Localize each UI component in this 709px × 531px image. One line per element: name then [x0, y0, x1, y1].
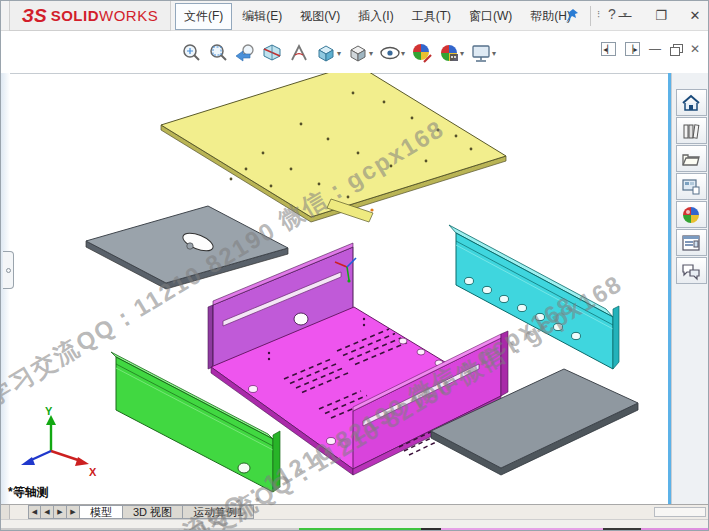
graphics-area[interactable] — [1, 73, 668, 504]
solidworks-logo: ЗS SOLID WORKS — [9, 1, 171, 31]
zoom-to-area-icon[interactable] — [204, 40, 231, 66]
tab-nav-prev-button[interactable]: ◀ — [41, 505, 54, 519]
splitter-dot-icon — [6, 268, 11, 273]
custom-properties-icon — [681, 233, 701, 253]
tab-nav-first-button[interactable]: ◀ — [28, 505, 41, 519]
menu-edit[interactable]: 编辑(E) — [234, 4, 290, 29]
forum-chat-icon — [681, 261, 701, 281]
pin-menu-icon[interactable] — [561, 5, 583, 27]
heads-up-toolbar: ▾ ▾ ▾ ▾ ▾ ◂▏ ▕▸ — ✕ — [1, 32, 709, 73]
design-library-button[interactable] — [676, 117, 707, 144]
appearances-ball-icon — [681, 205, 701, 225]
section-view-icon[interactable] — [258, 40, 285, 66]
view-orientation-icon[interactable] — [312, 40, 339, 66]
custom-properties-button[interactable] — [676, 229, 707, 256]
menu-insert[interactable]: 插入(I) — [350, 4, 401, 29]
folder-icon — [681, 149, 701, 169]
task-pane — [671, 73, 709, 504]
view-settings-caret-icon[interactable]: ▾ — [492, 49, 496, 58]
view-orientation-caret-icon[interactable]: ▾ — [337, 49, 341, 58]
menu-view[interactable]: 视图(V) — [292, 4, 348, 29]
tab-3d-views[interactable]: 3D 视图 — [123, 505, 183, 519]
hide-show-caret-icon[interactable]: ▾ — [401, 49, 405, 58]
solidworks-window: ЗS SOLID WORKS 文件(F) 编辑(E) 视图(V) 插入(I) 工… — [0, 0, 709, 531]
doc-minimize-button[interactable]: — — [649, 42, 661, 56]
document-window-controls: ◂▏ ▕▸ — ✕ — [601, 42, 700, 56]
collapse-pane-left-button[interactable]: ◂▏ — [601, 42, 616, 56]
logo-text-solid: SOLID — [51, 7, 99, 24]
edit-appearance-icon[interactable] — [408, 40, 435, 66]
title-bar: ЗS SOLID WORKS 文件(F) 编辑(E) 视图(V) 插入(I) 工… — [1, 1, 709, 31]
appearances-scenes-button[interactable] — [676, 201, 707, 228]
tab-model[interactable]: 模型 — [80, 505, 123, 519]
apply-scene-caret-icon[interactable]: ▾ — [460, 49, 464, 58]
titlebar-separator — [590, 6, 591, 26]
doc-restore-icon[interactable] — [670, 44, 681, 54]
search-toggle-icon[interactable]: ⁝ — [597, 9, 600, 20]
solidworks-resources-button[interactable] — [676, 89, 707, 116]
tab-nav-next-button[interactable]: ▶ — [54, 505, 67, 519]
menu-window[interactable]: 窗口(W) — [461, 4, 520, 29]
tabbar-track — [254, 505, 654, 519]
logo-text-works: WORKS — [99, 7, 158, 24]
hide-show-items-icon[interactable] — [376, 40, 403, 66]
ds-logo-mark: ЗS — [22, 5, 47, 27]
tabbar-splitter[interactable] — [1, 505, 10, 519]
view-palette-button[interactable] — [676, 173, 707, 200]
tab-nav-last-button[interactable]: ▶ — [67, 505, 80, 519]
menu-bar: 文件(F) 编辑(E) 视图(V) 插入(I) 工具(T) 窗口(W) 帮助(H… — [175, 1, 581, 31]
view-settings-icon[interactable] — [467, 40, 494, 66]
apply-scene-icon[interactable] — [435, 40, 462, 66]
zoom-to-fit-icon[interactable] — [177, 40, 204, 66]
window-close-button[interactable]: ✕ — [685, 5, 705, 25]
collapse-pane-right-button[interactable]: ▕▸ — [625, 42, 640, 56]
file-explorer-button[interactable] — [676, 145, 707, 172]
view-orientation-label: *等轴测 — [8, 484, 49, 501]
measure-icon[interactable] — [285, 40, 312, 66]
featuremanager-splitter-handle[interactable] — [3, 251, 14, 289]
motion-study-tab-bar: ◀ ◀ ▶ ▶ 模型 3D 视图 运动算例1 — [1, 504, 709, 519]
display-style-caret-icon[interactable]: ▾ — [369, 49, 373, 58]
previous-view-icon[interactable] — [231, 40, 258, 66]
solidworks-forum-button[interactable] — [676, 257, 707, 284]
window-maximize-button[interactable]: ❐ — [651, 5, 671, 25]
window-minimize-button[interactable]: — — [615, 5, 635, 25]
tab-nav-buttons: ◀ ◀ ▶ ▶ — [28, 505, 80, 519]
home-icon — [681, 93, 701, 113]
horizontal-scrollbar[interactable] — [654, 507, 706, 517]
doc-close-button[interactable]: ✕ — [690, 42, 700, 56]
tab-motion-study-1[interactable]: 运动算例1 — [183, 505, 254, 519]
status-bar — [1, 519, 709, 528]
menu-tools[interactable]: 工具(T) — [404, 4, 459, 29]
display-style-icon[interactable] — [344, 40, 371, 66]
books-icon — [681, 121, 701, 141]
view-palette-icon — [681, 177, 701, 197]
menu-file[interactable]: 文件(F) — [175, 3, 232, 30]
